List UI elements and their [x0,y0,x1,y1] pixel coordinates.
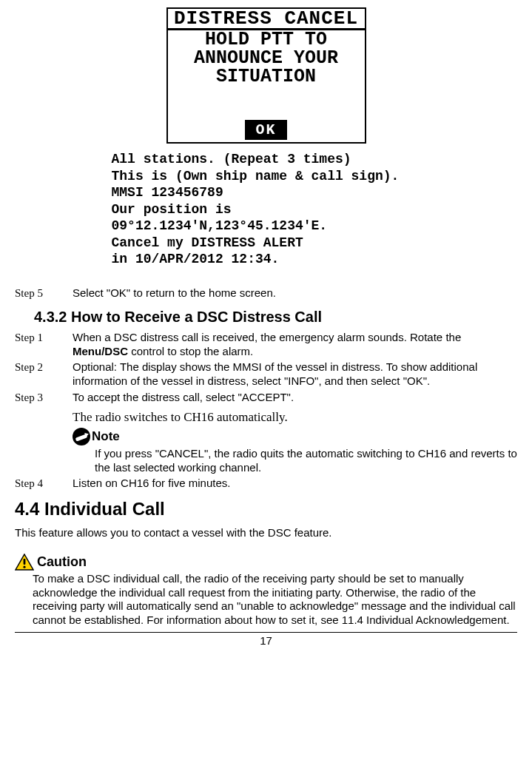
step-label: Step 4 [15,477,73,491]
page-number: 17 [15,634,517,648]
heading-4-3-2: 4.3.2 How to Receive a DSC Distress Call [34,308,517,326]
caution-title: Caution [37,554,87,571]
lcd-screen: DISTRESS CANCEL HOLD PTT TO ANNOUNCE YOU… [166,7,366,144]
step-row: Step 2Optional: The display shows the MM… [15,360,517,389]
caution-icon [15,554,34,571]
lcd-title: DISTRESS CANCEL [167,8,366,30]
step-text: Listen on CH16 for five minutes. [73,477,517,491]
caution-body: To make a DSC individual call, the radio… [33,572,517,628]
heading-4-4: 4.4 Individual Call [15,498,517,520]
note-block: Note If you press "CANCEL", the radio qu… [73,428,517,475]
note-title: Note [92,428,120,444]
note-body: If you press "CANCEL", the radio quits t… [95,447,517,475]
page-divider [15,632,517,633]
step-row: Step 3To accept the distress call, selec… [15,391,517,405]
note-icon [73,428,90,446]
step-text: Optional: The display shows the MMSI of … [73,360,517,389]
announcement-script: All stations. (Repeat 3 times) This is (… [106,148,427,284]
step-label: Step 5 [15,286,73,300]
ok-softkey[interactable]: OK [245,120,286,140]
step-row: Step 1When a DSC distress call is receiv… [15,331,517,359]
step-text: To accept the distress call, select "ACC… [73,391,517,405]
step-label: Step 3 [15,391,73,405]
step-row: Step 4 Listen on CH16 for five minutes. [15,477,517,491]
auto-switch-text: The radio switches to CH16 automatically… [73,409,517,425]
caution-block: Caution To make a DSC individual call, t… [15,554,517,628]
step-row: Step 5 Select "OK" to return to the home… [15,286,517,300]
step-label: Step 1 [15,331,73,359]
lcd-body: HOLD PTT TO ANNOUNCE YOUR SITUATION [167,30,366,118]
intro-4-4: This feature allows you to contact a ves… [15,526,517,540]
lcd-softkey-row: OK [167,118,366,143]
step-text: Select "OK" to return to the home screen… [73,286,517,300]
svg-rect-1 [24,559,26,565]
step-text: When a DSC distress call is received, th… [73,331,517,359]
svg-point-2 [23,565,25,568]
step-label: Step 2 [15,360,73,389]
